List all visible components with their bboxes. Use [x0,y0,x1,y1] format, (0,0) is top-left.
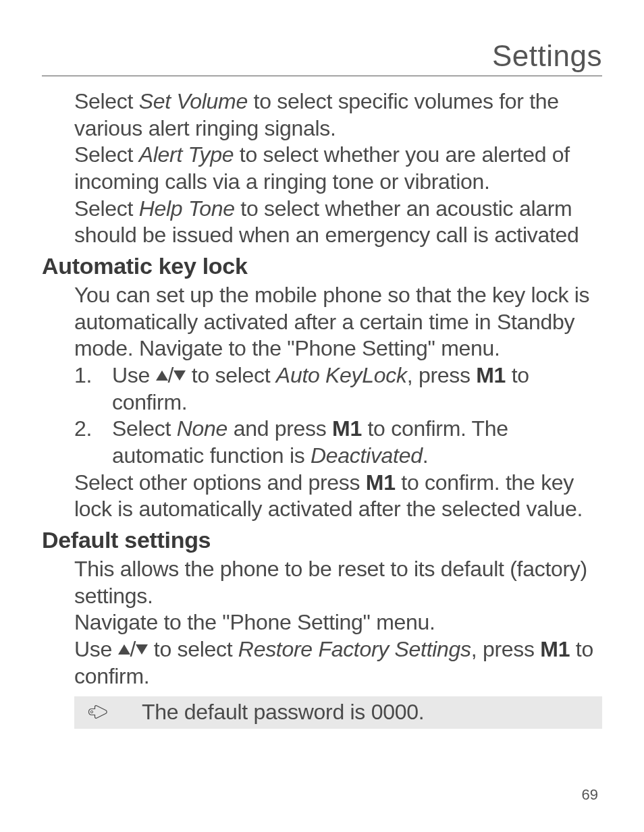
list-text: Use / to select Auto KeyLock, press M1 t… [112,362,602,416]
bold-text: M1 [332,416,362,441]
down-arrow-icon [173,370,186,381]
text: Use [112,363,156,387]
list-item: 2. Select None and press M1 to confirm. … [74,416,602,469]
page-header: Settings [42,39,602,76]
up-arrow-icon [156,370,168,381]
list-number: 1. [74,362,112,416]
bold-text: M1 [366,470,396,495]
text: Select [112,416,177,441]
list-item: 1. Use / to select Auto KeyLock, press M… [74,362,602,416]
paragraph: Select Set Volume to select specific vol… [74,88,602,142]
default-settings-block: This allows the phone to be reset to its… [42,556,602,729]
bold-text: M1 [476,363,506,387]
header-title: Settings [492,39,602,73]
keylock-block: You can set up the mobile phone so that … [42,282,602,523]
italic-text: Deactivated [311,443,423,468]
up-arrow-icon [118,644,130,655]
note-text: The default password is 0000. [142,699,424,726]
intro-block: Select Set Volume to select specific vol… [42,88,602,249]
section-heading-keylock: Automatic key lock [42,253,602,279]
italic-text: Set Volume [139,89,248,113]
italic-text: Restore Factory Settings [238,637,471,661]
paragraph: Use / to select Restore Factory Settings… [74,636,602,690]
italic-text: Help Tone [139,196,235,221]
text: to select [148,637,238,661]
text: to select [186,363,276,387]
text: Select [74,196,139,221]
paragraph: Select other options and press M1 to con… [74,470,602,523]
paragraph: Select Help Tone to select whether an ac… [74,196,602,249]
text: and press [227,416,332,441]
text: . [423,443,429,468]
italic-text: None [177,416,227,441]
list-text: Select None and press M1 to confirm. The… [112,416,602,469]
text: , press [471,637,541,661]
section-heading-default: Default settings [42,527,602,553]
text: Select [74,142,139,167]
note-box: The default password is 0000. [74,696,602,729]
italic-text: Auto KeyLock [276,363,407,387]
text: Select [74,89,139,113]
down-arrow-icon [136,644,148,655]
paragraph: Select Alert Type to select whether you … [74,142,602,195]
text: Select other options and press [74,470,366,495]
paragraph: This allows the phone to be reset to its… [74,556,602,609]
bold-text: M1 [540,637,570,661]
list-number: 2. [74,416,112,469]
italic-text: Alert Type [139,142,234,167]
paragraph: Navigate to the "Phone Setting" menu. [74,609,602,636]
paragraph: You can set up the mobile phone so that … [74,282,602,362]
ordered-list: 1. Use / to select Auto KeyLock, press M… [74,362,602,470]
page-number: 69 [582,786,598,804]
text: , press [407,363,477,387]
svg-point-0 [90,711,92,713]
pointing-hand-icon [88,699,108,726]
text: Use [74,637,118,661]
